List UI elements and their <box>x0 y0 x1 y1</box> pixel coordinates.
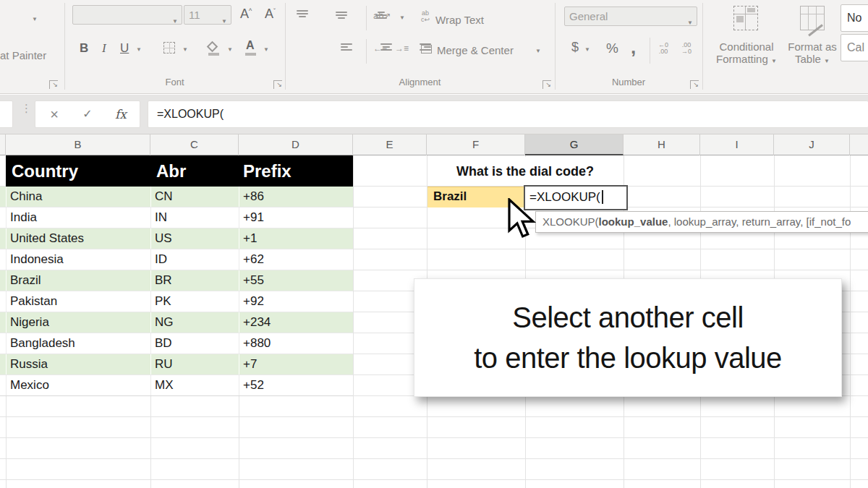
table-row[interactable]: United StatesUS+1 <box>0 228 353 249</box>
font-name-combo[interactable]: ▼ <box>72 5 182 25</box>
wrap-text-icon: abc↩ <box>421 10 430 23</box>
table-row[interactable]: BrazilBR+55 <box>0 270 353 291</box>
number-format-value: General <box>569 10 608 22</box>
increase-decimal-button[interactable]: ←0.00 <box>658 42 668 55</box>
table-header-prefix: Prefix <box>243 155 292 187</box>
column-header-i[interactable]: I <box>700 134 774 155</box>
number-dialog-launcher-icon[interactable]: ↘ <box>690 80 699 89</box>
table-row[interactable]: RussiaRU+7 <box>0 354 353 375</box>
format-painter-label[interactable]: at Painter <box>0 49 46 61</box>
table-row[interactable]: IndonesiaID+62 <box>0 249 353 270</box>
column-headers: B C D E F G H I J <box>0 134 868 155</box>
column-header-f[interactable]: F <box>427 134 525 155</box>
grow-font-button[interactable]: A^ <box>240 7 252 22</box>
font-size-combo[interactable]: 11▼ <box>184 5 231 25</box>
formula-buttons: × ✓ fx <box>35 100 140 128</box>
table-row[interactable]: IndiaIN+91 <box>0 207 353 228</box>
font-dialog-launcher-icon[interactable]: ↘ <box>273 80 282 89</box>
formula-input[interactable]: =XLOOKUP( <box>148 100 868 128</box>
accounting-dropdown-icon[interactable]: ▼ <box>584 46 590 53</box>
text-caret <box>602 190 603 204</box>
font-group-label: Font <box>64 77 285 87</box>
chevron-down-icon: ▼ <box>687 14 693 32</box>
alignment-group-label: Alignment <box>285 77 555 87</box>
mouse-cursor-icon <box>507 198 537 243</box>
format-painter-dropdown-icon[interactable]: ▼ <box>32 16 38 22</box>
table-row[interactable]: NigeriaNG+234 <box>0 312 353 333</box>
column-header-d[interactable]: D <box>239 134 353 155</box>
underline-button[interactable]: U <box>120 41 129 56</box>
orientation-dropdown-icon[interactable]: ▼ <box>399 14 405 21</box>
function-argument-tooltip: XLOOKUP(lookup_value, lookup_array, retu… <box>535 211 868 233</box>
orientation-button[interactable]: ab↗ <box>373 10 391 21</box>
column-header-k[interactable] <box>850 134 868 155</box>
shrink-font-button[interactable]: Aˇ <box>265 7 276 22</box>
accounting-format-button[interactable]: $ <box>571 40 579 55</box>
table-row[interactable]: BangladeshBD+880 <box>0 333 353 354</box>
align-top-button[interactable] <box>297 10 308 19</box>
format-as-table-icon <box>800 6 825 30</box>
fill-color-dropdown-icon[interactable]: ▼ <box>227 46 233 53</box>
table-row[interactable]: PakistanPK+92 <box>0 291 353 312</box>
percent-style-button[interactable]: % <box>606 40 618 56</box>
column-header-g-selected[interactable]: G <box>525 134 624 155</box>
align-left-button[interactable] <box>341 43 352 52</box>
group-separator <box>702 3 703 90</box>
column-header-e[interactable]: E <box>353 134 427 155</box>
font-color-dropdown-icon[interactable]: ▼ <box>263 46 269 53</box>
column-header-b[interactable]: B <box>6 134 150 155</box>
bold-button[interactable]: B <box>80 41 88 56</box>
clipboard-dialog-launcher-icon[interactable]: ↘ <box>49 80 58 89</box>
increase-indent-button[interactable]: →≡ <box>395 43 407 53</box>
number-format-combo[interactable]: General▼ <box>564 7 697 26</box>
overlay-line-2: to enter the lookup value <box>474 338 782 378</box>
chevron-down-icon: ▼ <box>221 12 227 30</box>
formula-bar-grip-icon[interactable]: ⋮ <box>21 106 32 111</box>
column-header-h[interactable]: H <box>624 134 700 155</box>
cancel-button[interactable]: × <box>40 101 69 127</box>
merge-center-button[interactable]: Merge & Center <box>437 44 514 56</box>
decrease-decimal-button[interactable]: .00→0 <box>681 42 692 55</box>
ribbon: ▼ at Painter ↘ ▼ 11▼ A^ Aˇ B I U ▼ ▼ ▼ A… <box>0 0 868 94</box>
enter-button[interactable]: ✓ <box>73 101 102 127</box>
conditional-formatting-button[interactable]: Conditional Formatting ▼ <box>705 40 788 65</box>
font-color-button[interactable]: A <box>246 39 255 52</box>
excel-window: ▼ at Painter ↘ ▼ 11▼ A^ Aˇ B I U ▼ ▼ ▼ A… <box>0 0 868 488</box>
italic-button[interactable]: I <box>102 41 106 56</box>
chevron-down-icon: ▼ <box>172 12 178 30</box>
font-color-bar-icon <box>245 53 256 56</box>
borders-dropdown-icon[interactable]: ▼ <box>182 46 188 53</box>
cell-style-calculation[interactable]: Cal <box>841 34 868 61</box>
overlay-line-1: Select another cell <box>512 297 744 338</box>
table-row[interactable]: MexicoMX+52 <box>0 375 353 396</box>
name-box[interactable] <box>0 100 13 128</box>
formula-text: =XLOOKUP( <box>157 101 224 127</box>
table-header-country: Country <box>12 155 78 187</box>
format-as-table-button[interactable]: Format as Table ▼ <box>780 40 845 65</box>
merge-center-icon: ↔ <box>421 45 432 53</box>
underline-dropdown-icon[interactable]: ▼ <box>136 46 142 53</box>
insert-function-button[interactable]: fx <box>106 101 135 127</box>
tutorial-overlay-card: Select another cell to enter the lookup … <box>414 278 842 397</box>
formula-editing-cell[interactable]: =XLOOKUP( <box>524 185 628 210</box>
table-header-abr: Abr <box>156 155 186 187</box>
decrease-indent-button[interactable]: ←≡ <box>373 43 386 53</box>
column-header-a[interactable] <box>0 134 6 155</box>
align-middle-button[interactable] <box>336 10 347 19</box>
merge-center-dropdown-icon[interactable]: ▼ <box>535 48 541 54</box>
table-row[interactable]: ChinaCN+86 <box>0 187 353 207</box>
font-size-value: 11 <box>189 9 200 21</box>
conditional-formatting-icon <box>733 6 758 30</box>
comma-style-button[interactable]: , <box>631 36 636 59</box>
fill-color-button[interactable] <box>208 40 216 53</box>
alignment-dialog-launcher-icon[interactable]: ↘ <box>542 80 551 89</box>
column-header-j[interactable]: J <box>774 134 850 155</box>
question-cell[interactable]: What is the dial code? <box>427 157 623 186</box>
column-header-c[interactable]: C <box>150 134 239 155</box>
number-group-label: Number <box>555 77 702 87</box>
wrap-text-button[interactable]: Wrap Text <box>435 14 484 26</box>
table-header-row[interactable]: Country Abr Prefix <box>6 155 353 187</box>
borders-button[interactable] <box>163 42 175 53</box>
cell-style-normal[interactable]: No <box>841 4 868 32</box>
fill-color-bar-icon <box>208 53 219 56</box>
